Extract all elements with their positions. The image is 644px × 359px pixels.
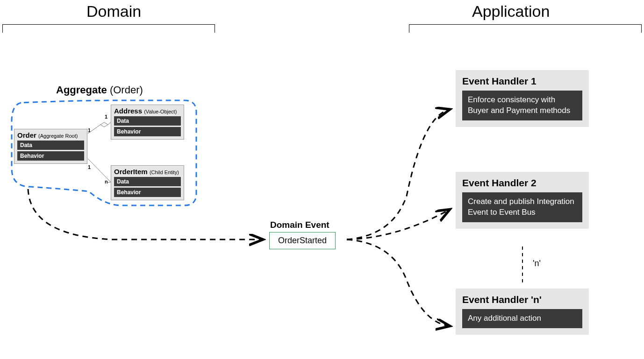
arrow-event-to-handlern [347,239,449,326]
arrow-event-to-handler1 [347,110,449,239]
handler-n: Event Handler 'n' Any additional action [456,289,589,335]
handler-n-title: Event Handler 'n' [462,294,582,305]
domain-event-name: OrderStarted [278,236,327,245]
n-connector-label: 'n' [533,259,541,268]
aggregate-label: Aggregate (Order) [56,84,143,96]
handler-2-desc: Create and publish Integration Event to … [462,192,582,222]
application-section-label: Application [472,2,550,21]
domain-event-box: OrderStarted [269,232,336,249]
entity-address-data: Data [114,116,181,126]
entity-address: Address (Value-Object) Data Behavior [111,105,184,140]
mult-order-address-1b: 1 [105,114,107,120]
application-bracket [409,24,642,33]
entity-order: Order (Aggregate Root) Data Behavior [14,129,87,164]
arrow-event-to-handler2 [347,210,449,239]
domain-section-label: Domain [86,2,141,21]
domain-event-label: Domain Event [270,220,329,230]
handler-1-title: Event Handler 1 [462,76,582,87]
entity-address-behavior: Behavior [114,127,181,136]
handler-1-desc: Enforce consistency with Buyer and Payme… [462,91,582,120]
entity-order-data: Data [17,141,84,150]
entity-order-behavior: Behavior [17,151,84,161]
handler-2-title: Event Handler 2 [462,177,582,189]
handler-n-desc: Any additional action [462,309,582,328]
aggregate-label-paren: (Order) [110,84,143,96]
entity-orderitem: OrderItem (Child Entity) Data Behavior [111,165,184,200]
entity-orderitem-title: OrderItem (Child Entity) [114,168,181,176]
handler-2: Event Handler 2 Create and publish Integ… [456,172,589,229]
svg-marker-1 [100,122,108,127]
handler-1: Event Handler 1 Enforce consistency with… [456,70,589,127]
entity-orderitem-behavior: Behavior [114,188,181,197]
mult-order-item-n: n [105,179,108,184]
entity-orderitem-data: Data [114,177,181,186]
mult-order-address-1a: 1 [88,127,91,133]
entity-address-title: Address (Value-Object) [114,107,181,115]
aggregate-label-bold: Aggregate [56,84,107,96]
entity-order-title: Order (Aggregate Root) [17,131,84,139]
mult-order-item-1: 1 [88,164,91,170]
domain-bracket [2,24,215,33]
